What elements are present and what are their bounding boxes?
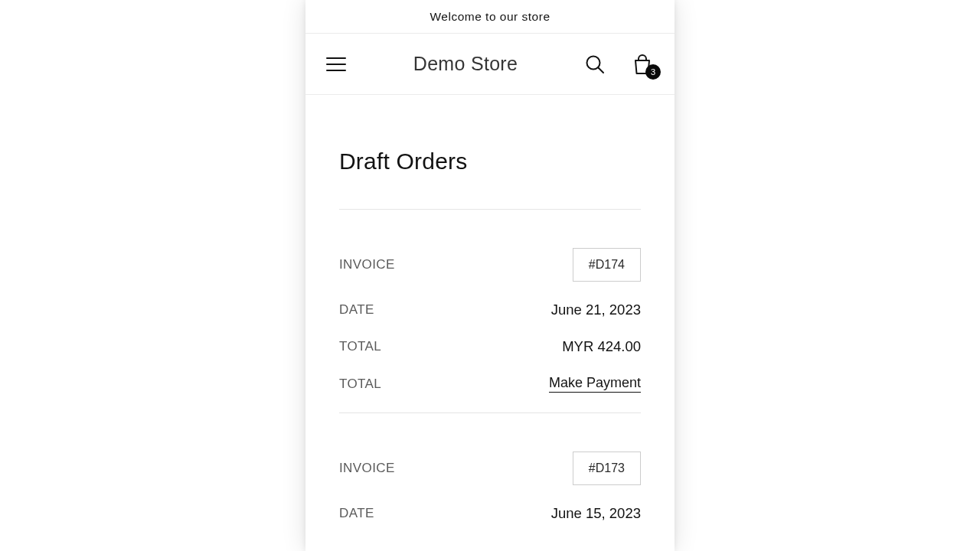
action-label: TOTAL bbox=[339, 377, 381, 392]
date-value: June 15, 2023 bbox=[551, 505, 641, 522]
date-value: June 21, 2023 bbox=[551, 302, 641, 318]
make-payment-link[interactable]: Make Payment bbox=[549, 375, 641, 393]
announcement-bar: Welcome to our store bbox=[305, 0, 675, 34]
invoice-row: INVOICE #D174 bbox=[339, 248, 641, 282]
action-row: TOTAL Make Payment bbox=[339, 375, 641, 393]
date-label: DATE bbox=[339, 302, 374, 318]
date-label: DATE bbox=[339, 506, 374, 521]
invoice-label: INVOICE bbox=[339, 461, 395, 476]
page-title: Draft Orders bbox=[339, 148, 641, 174]
menu-button[interactable] bbox=[319, 47, 353, 81]
store-name[interactable]: Demo Store bbox=[413, 53, 518, 75]
date-row: DATE June 15, 2023 bbox=[339, 505, 641, 522]
hamburger-icon bbox=[326, 57, 346, 71]
invoice-link[interactable]: #D174 bbox=[573, 248, 641, 282]
invoice-row: INVOICE #D173 bbox=[339, 452, 641, 485]
total-value: MYR 424.00 bbox=[562, 338, 641, 355]
total-row: TOTAL MYR 424.00 bbox=[339, 338, 641, 355]
invoice-number: #D174 bbox=[589, 258, 625, 271]
date-row: DATE June 21, 2023 bbox=[339, 302, 641, 318]
total-label: TOTAL bbox=[339, 339, 381, 354]
draft-order-card: INVOICE #D174 DATE June 21, 2023 TOTAL M… bbox=[339, 210, 641, 413]
svg-line-4 bbox=[598, 67, 603, 73]
search-button[interactable] bbox=[578, 47, 612, 81]
search-icon bbox=[585, 54, 605, 74]
main-content: Draft Orders INVOICE #D174 DATE June 21,… bbox=[305, 95, 675, 522]
invoice-number: #D173 bbox=[589, 461, 625, 474]
cart-button[interactable]: 3 bbox=[626, 47, 659, 81]
draft-order-card: INVOICE #D173 DATE June 15, 2023 bbox=[339, 413, 641, 522]
site-header: Demo Store 3 bbox=[305, 34, 675, 95]
cart-count-badge: 3 bbox=[645, 64, 661, 80]
invoice-link[interactable]: #D173 bbox=[573, 452, 641, 485]
invoice-label: INVOICE bbox=[339, 257, 395, 272]
app-viewport: Welcome to our store Demo Store bbox=[305, 0, 675, 551]
announcement-text: Welcome to our store bbox=[430, 10, 550, 24]
header-actions: 3 bbox=[578, 47, 659, 81]
